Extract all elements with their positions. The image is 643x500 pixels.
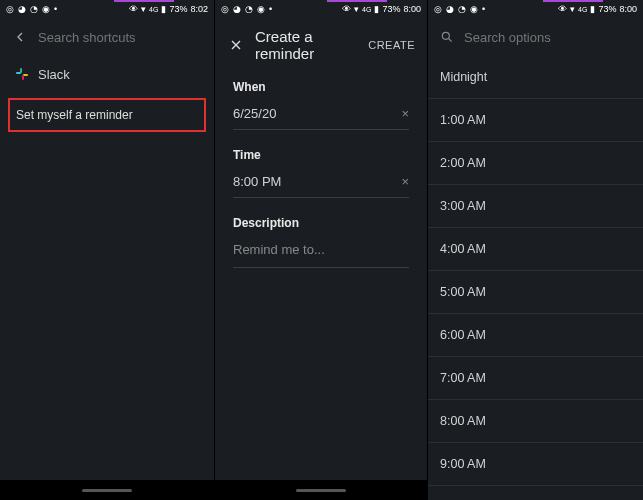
status-right: 👁▾4G▮ 73% 8:00 <box>558 4 637 14</box>
search-options-input[interactable] <box>464 30 632 45</box>
status-left-icons: ◎◕◔◉• <box>6 4 57 14</box>
nav-bar <box>0 480 214 500</box>
clear-icon[interactable]: × <box>401 174 409 189</box>
time-option[interactable]: Midnight <box>428 56 643 99</box>
clear-icon[interactable]: × <box>401 106 409 121</box>
when-value: 6/25/20 <box>233 106 401 121</box>
clock: 8:00 <box>619 4 637 14</box>
clock: 8:02 <box>190 4 208 14</box>
battery-pct: 73% <box>598 4 616 14</box>
time-option[interactable]: 8:00 AM <box>428 400 643 443</box>
accent-bar <box>543 0 603 2</box>
pane-create-reminder: ◎◕◔◉• 👁▾4G▮ 73% 8:00 Create a reminder C… <box>214 0 428 500</box>
time-label: Time <box>233 148 409 162</box>
when-field: When 6/25/20 × <box>215 72 427 140</box>
clock: 8:00 <box>403 4 421 14</box>
accent-bar <box>114 0 174 2</box>
back-icon[interactable] <box>12 28 28 46</box>
status-left-icons: ◎◕◔◉• <box>221 4 272 14</box>
description-field: Description Remind me to... <box>215 208 427 268</box>
screen-title: Create a reminder <box>255 28 358 62</box>
battery-pct: 73% <box>169 4 187 14</box>
status-bar: ◎◕◔◉• 👁▾4G▮ 73% 8:00 <box>215 0 427 18</box>
time-list: Midnight 1:00 AM 2:00 AM 3:00 AM 4:00 AM… <box>428 56 643 486</box>
slack-app-row[interactable]: Slack <box>0 56 214 92</box>
slack-icon <box>14 66 30 82</box>
time-value: 8:00 PM <box>233 174 401 189</box>
svg-point-4 <box>442 32 449 39</box>
description-input[interactable]: Remind me to... <box>233 242 409 268</box>
time-option[interactable]: 3:00 AM <box>428 185 643 228</box>
header-row: Create a reminder CREATE <box>215 18 427 72</box>
status-left-icons: ◎◕◔◉• <box>434 4 485 14</box>
status-bar: ◎◕◔◉• 👁▾4G▮ 73% 8:02 <box>0 0 214 18</box>
description-label: Description <box>233 216 409 230</box>
status-right: 👁▾4G▮ 73% 8:00 <box>342 4 421 14</box>
time-option[interactable]: 9:00 AM <box>428 443 643 486</box>
time-option[interactable]: 5:00 AM <box>428 271 643 314</box>
search-shortcuts-input[interactable] <box>38 30 206 45</box>
time-option[interactable]: 2:00 AM <box>428 142 643 185</box>
time-field: Time 8:00 PM × <box>215 140 427 208</box>
time-input[interactable]: 8:00 PM × <box>233 174 409 198</box>
search-icon <box>440 28 454 46</box>
close-icon[interactable] <box>227 36 245 54</box>
when-input[interactable]: 6/25/20 × <box>233 106 409 130</box>
svg-rect-1 <box>20 68 22 73</box>
time-option[interactable]: 4:00 AM <box>428 228 643 271</box>
status-bar: ◎◕◔◉• 👁▾4G▮ 73% 8:00 <box>428 0 643 18</box>
status-right: 👁▾4G▮ 73% 8:02 <box>129 4 208 14</box>
nav-handle[interactable] <box>296 489 346 492</box>
nav-bar <box>215 480 427 500</box>
shortcut-label: Set myself a reminder <box>16 108 133 122</box>
shortcut-set-reminder[interactable]: Set myself a reminder <box>8 98 206 132</box>
search-row <box>0 18 214 56</box>
pane-shortcuts: ◎◕◔◉• 👁▾4G▮ 73% 8:02 Slack Set myself a … <box>0 0 214 500</box>
battery-pct: 73% <box>382 4 400 14</box>
nav-handle[interactable] <box>82 489 132 492</box>
when-label: When <box>233 80 409 94</box>
search-row <box>428 18 643 56</box>
pane-time-options: ◎◕◔◉• 👁▾4G▮ 73% 8:00 Midnight 1:00 AM 2:… <box>428 0 643 500</box>
time-option[interactable]: 1:00 AM <box>428 99 643 142</box>
slack-label: Slack <box>38 67 70 82</box>
time-option[interactable]: 6:00 AM <box>428 314 643 357</box>
create-button[interactable]: CREATE <box>368 39 415 51</box>
svg-rect-3 <box>22 75 24 80</box>
time-option[interactable]: 7:00 AM <box>428 357 643 400</box>
accent-bar <box>327 0 387 2</box>
